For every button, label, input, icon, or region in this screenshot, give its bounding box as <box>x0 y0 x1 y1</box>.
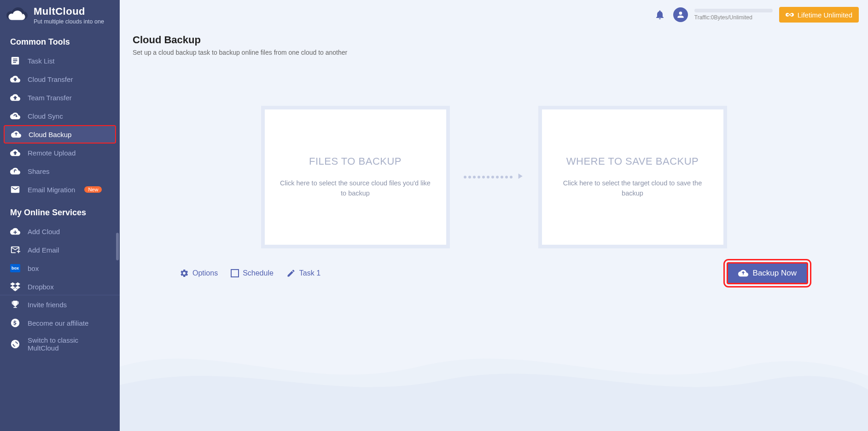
transfer-arrow <box>464 172 524 183</box>
topbar: Traffic:0Bytes/Unlimited Lifetime Unlimi… <box>120 0 868 29</box>
infinity-icon <box>786 11 794 19</box>
sidebar-item-email-migration[interactable]: Email Migration New <box>0 180 120 199</box>
shares-icon <box>10 166 20 176</box>
sidebar-item-add-cloud[interactable]: Add Cloud <box>0 222 120 241</box>
page-title: Cloud Backup <box>133 34 855 46</box>
sidebar-item-become-affiliate[interactable]: Become our affiliate <box>0 314 120 332</box>
logo[interactable]: MultCloud Put multiple clouds into one <box>0 0 120 30</box>
common-tools-heading: Common Tools <box>0 30 120 52</box>
sidebar-scrollbar[interactable] <box>116 233 119 260</box>
sidebar-item-dropbox[interactable]: Dropbox <box>0 277 120 291</box>
schedule-checkbox[interactable]: Schedule <box>231 269 274 277</box>
cloud-sync-icon <box>10 111 20 121</box>
add-cloud-icon <box>10 226 20 236</box>
box-icon: box <box>10 263 20 273</box>
gear-icon <box>180 269 189 278</box>
edit-icon <box>286 269 296 278</box>
switch-icon <box>10 339 20 349</box>
sidebar-item-label: Remote Upload <box>28 149 76 157</box>
backup-config-area: FILES TO BACKUP Click here to select the… <box>180 106 808 248</box>
lifetime-unlimited-button[interactable]: Lifetime Unlimited <box>779 7 859 23</box>
sidebar-item-label: Cloud Sync <box>28 112 63 120</box>
sidebar-item-label: Cloud Backup <box>29 131 71 138</box>
sidebar-item-label: Add Email <box>28 246 59 254</box>
sidebar-item-cloud-sync[interactable]: Cloud Sync <box>0 107 120 125</box>
remote-upload-icon <box>10 148 20 158</box>
sidebar-item-label: Add Cloud <box>28 228 60 236</box>
sidebar-item-label: Become our affiliate <box>28 319 88 327</box>
sidebar-item-cloud-transfer[interactable]: Cloud Transfer <box>0 70 120 88</box>
sidebar-item-label: Cloud Transfer <box>28 75 73 83</box>
logo-title: MultCloud <box>34 6 104 17</box>
lifetime-label: Lifetime Unlimited <box>798 11 852 19</box>
options-label: Options <box>192 269 218 277</box>
target-panel-title: WHERE TO SAVE BACKUP <box>566 155 699 167</box>
notifications-button[interactable] <box>653 8 667 22</box>
source-panel[interactable]: FILES TO BACKUP Click here to select the… <box>261 106 450 248</box>
sidebar-item-label: Email Migration <box>28 186 75 194</box>
sidebar-item-invite-friends[interactable]: Invite friends <box>0 295 120 314</box>
dropbox-icon <box>10 282 20 291</box>
options-button[interactable]: Options <box>180 269 218 278</box>
sidebar: MultCloud Put multiple clouds into one C… <box>0 0 120 431</box>
dollar-icon <box>10 318 20 328</box>
add-email-icon <box>10 245 20 255</box>
team-transfer-icon <box>10 92 20 103</box>
sidebar-item-team-transfer[interactable]: Team Transfer <box>0 88 120 107</box>
user-avatar-button[interactable] <box>673 7 688 22</box>
svg-point-1 <box>11 340 19 348</box>
sidebar-item-box[interactable]: box box <box>0 259 120 277</box>
sidebar-item-task-list[interactable]: Task List <box>0 52 120 70</box>
backup-now-button[interactable]: Backup Now <box>727 262 808 284</box>
task-name-label: Task 1 <box>299 269 320 277</box>
target-panel-desc: Click here to select the target cloud to… <box>554 178 711 199</box>
controls-row: Options Schedule Task 1 Backup Now <box>180 262 808 284</box>
trophy-icon <box>10 299 20 310</box>
email-migration-icon <box>10 184 20 195</box>
task-name-button[interactable]: Task 1 <box>286 269 320 278</box>
page-header: Cloud Backup Set up a cloud backup task … <box>120 29 868 56</box>
sidebar-item-switch-classic[interactable]: Switch to classic MultCloud <box>0 332 120 356</box>
sidebar-item-label: Switch to classic MultCloud <box>28 336 110 352</box>
sidebar-item-remote-upload[interactable]: Remote Upload <box>0 144 120 162</box>
cloud-transfer-icon <box>10 74 20 84</box>
sidebar-item-label: Invite friends <box>28 301 67 309</box>
schedule-label: Schedule <box>243 269 274 277</box>
main-content: Traffic:0Bytes/Unlimited Lifetime Unlimi… <box>120 0 868 431</box>
sidebar-item-add-email[interactable]: Add Email <box>0 241 120 259</box>
traffic-indicator: Traffic:0Bytes/Unlimited <box>694 9 773 21</box>
sidebar-item-label: Dropbox <box>28 283 54 291</box>
person-icon <box>676 10 685 19</box>
sidebar-item-label: box <box>28 264 39 272</box>
sidebar-item-label: Task List <box>28 57 54 65</box>
page-subtitle: Set up a cloud backup task to backup onl… <box>133 49 855 56</box>
my-online-services-heading: My Online Services <box>0 201 120 222</box>
checkbox-icon <box>231 269 239 277</box>
traffic-text: Traffic:0Bytes/Unlimited <box>694 14 752 21</box>
logo-cloud-icon <box>2 5 30 25</box>
target-panel[interactable]: WHERE TO SAVE BACKUP Click here to selec… <box>538 106 727 248</box>
logo-subtitle: Put multiple clouds into one <box>34 18 104 25</box>
cloud-backup-icon <box>11 129 21 139</box>
traffic-bar <box>694 9 773 12</box>
source-panel-desc: Click here to select the source cloud fi… <box>277 178 434 199</box>
sidebar-item-label: Shares <box>28 167 50 175</box>
arrow-head-icon <box>514 172 524 183</box>
new-badge: New <box>84 186 102 193</box>
bell-icon <box>654 9 665 20</box>
backup-now-label: Backup Now <box>753 269 797 278</box>
sidebar-item-shares[interactable]: Shares <box>0 162 120 180</box>
sidebar-item-label: Team Transfer <box>28 94 72 102</box>
cloud-backup-icon <box>738 268 748 278</box>
task-list-icon <box>10 56 20 66</box>
sidebar-item-cloud-backup[interactable]: Cloud Backup <box>4 125 116 144</box>
source-panel-title: FILES TO BACKUP <box>309 155 402 167</box>
